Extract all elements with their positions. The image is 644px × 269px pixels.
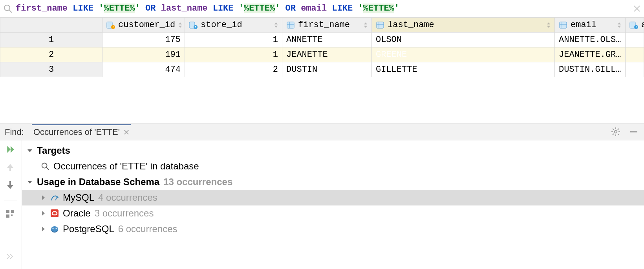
results-grid: customer_idstore_idfirst_namelast_nameem… (0, 17, 644, 124)
svg-line-1 (9, 10, 12, 13)
targets-label: Targets (37, 145, 70, 156)
table-row[interactable]: 21911JEANETTEGREENEJEANETTE.GREENE@sakil… (0, 47, 644, 62)
column-icon (286, 21, 295, 29)
mysql-icon (50, 193, 59, 202)
arrow-down-icon[interactable] (5, 180, 16, 191)
cell-email[interactable]: DUSTIN.GILLETTE@sakilacustomer.o… (555, 62, 626, 77)
row-number: 2 (0, 47, 102, 62)
filter-query[interactable]: first_name LIKE '%ETTE%' OR last_name LI… (16, 4, 630, 13)
cell-store_id[interactable]: 2 (185, 62, 282, 77)
column-icon (376, 21, 384, 29)
cell-first_name[interactable]: JEANETTE (282, 47, 372, 62)
sort-icon[interactable] (364, 22, 368, 28)
tree-targets-item[interactable]: Occurrences of 'ETTE' in database (22, 158, 644, 174)
svg-line-31 (618, 129, 619, 130)
column-header-last_name[interactable]: last_name (372, 18, 555, 33)
find-results-tree[interactable]: Targets Occurrences of 'ETTE' in databas… (22, 140, 644, 269)
cell-customer_id[interactable]: 474 (102, 62, 185, 77)
cell-email[interactable]: JEANETTE.GREENE@sakilacustomer.o… (555, 47, 626, 62)
svg-rect-16 (560, 22, 567, 28)
find-tab[interactable]: Occurrences of 'ETTE' (32, 124, 131, 140)
svg-rect-34 (6, 210, 9, 213)
column-icon (559, 21, 567, 29)
find-label: Find: (5, 127, 24, 137)
cell-last_name[interactable]: OLSON (372, 33, 555, 47)
chevron-right-icon (40, 226, 46, 232)
find-panel-body: Targets Occurrences of 'ETTE' in databas… (0, 140, 644, 269)
svg-rect-6 (113, 26, 113, 27)
tree-db-postgresql[interactable]: PostgreSQL6 occurrences (22, 221, 644, 237)
table-row[interactable]: 11751ANNETTEOLSONANNETTE.OLSON@sakilacus… (0, 33, 644, 47)
column-icon (106, 21, 115, 29)
usage-label: Usage in Database Schema (37, 176, 159, 187)
cell-store_id[interactable]: 1 (185, 33, 282, 47)
column-header-customer_id[interactable]: customer_id (102, 18, 185, 33)
tree-db-mysql[interactable]: MySQL4 occurrences (22, 190, 644, 205)
postgres-icon (50, 225, 59, 233)
svg-rect-10 (287, 22, 294, 28)
row-number: 3 (0, 62, 102, 77)
cell-email[interactable]: ANNETTE.OLSON@sakilacustomer.org (555, 33, 626, 47)
filter-bar: first_name LIKE '%ETTE%' OR last_name LI… (0, 0, 644, 17)
db-label: PostgreSQL (63, 224, 114, 234)
chevron-down-icon (27, 147, 33, 154)
column-label: last_name (388, 20, 434, 30)
cell-last_name[interactable]: GILLETTE (372, 62, 555, 77)
cell-customer_id[interactable]: 191 (102, 47, 185, 62)
svg-rect-13 (377, 22, 384, 28)
cell-first_name[interactable]: DUSTIN (282, 62, 372, 77)
svg-point-43 (51, 226, 58, 232)
cell-address[interactable] (626, 33, 644, 47)
sort-icon[interactable] (178, 22, 182, 28)
minimize-icon[interactable] (629, 127, 639, 137)
more-icon[interactable] (5, 253, 16, 264)
column-label: email (571, 20, 596, 30)
gear-icon[interactable] (611, 127, 621, 137)
search-icon (3, 4, 13, 13)
find-tab-label: Occurrences of 'ETTE' (33, 127, 120, 137)
cell-last_name[interactable]: GREENE (372, 47, 555, 62)
column-label: addre (641, 20, 644, 30)
db-count: 3 occurrences (95, 208, 154, 219)
usage-count: 13 occurrences (163, 176, 232, 187)
sort-icon[interactable] (274, 22, 278, 28)
svg-point-44 (53, 228, 54, 229)
sort-icon[interactable] (617, 22, 621, 28)
svg-line-30 (618, 134, 619, 135)
table-row[interactable]: 34742DUSTINGILLETTEDUSTIN.GILLETTE@sakil… (0, 62, 644, 77)
column-header-email[interactable]: email (555, 18, 626, 33)
oracle-icon (50, 209, 59, 218)
tree-targets-header[interactable]: Targets (22, 143, 644, 158)
cell-store_id[interactable]: 1 (185, 47, 282, 62)
cell-customer_id[interactable]: 175 (102, 33, 185, 47)
cell-first_name[interactable]: ANNETTE (282, 33, 372, 47)
cell-address[interactable] (626, 62, 644, 77)
close-icon[interactable] (633, 5, 641, 13)
row-number: 1 (0, 33, 102, 47)
db-label: MySQL (63, 192, 94, 203)
tree-db-oracle[interactable]: Oracle3 occurrences (22, 205, 644, 221)
tree-usage-header[interactable]: Usage in Database Schema 13 occurrences (22, 174, 644, 190)
close-tab-icon[interactable] (124, 129, 129, 135)
arrow-up-icon[interactable] (5, 162, 16, 173)
find-toolbar (0, 140, 22, 269)
column-icon (629, 21, 638, 29)
db-count: 4 occurrences (98, 192, 157, 203)
svg-line-32 (613, 134, 614, 135)
targets-desc: Occurrences of 'ETTE' in database (53, 161, 199, 172)
corner-cell (0, 18, 102, 33)
sort-icon[interactable] (547, 22, 551, 28)
svg-rect-9 (195, 26, 196, 27)
cell-address[interactable] (626, 47, 644, 62)
rerun-icon[interactable] (5, 144, 16, 155)
find-panel-header: Find: Occurrences of 'ETTE' (0, 124, 644, 140)
svg-point-24 (615, 131, 617, 133)
column-label: customer_id (118, 20, 175, 30)
svg-rect-37 (11, 214, 13, 216)
svg-rect-21 (636, 26, 637, 27)
column-header-addre[interactable]: addre (626, 18, 644, 33)
column-icon (189, 21, 198, 29)
column-header-first_name[interactable]: first_name (282, 18, 372, 33)
layout-icon[interactable] (5, 209, 16, 220)
column-header-store_id[interactable]: store_id (185, 18, 282, 33)
